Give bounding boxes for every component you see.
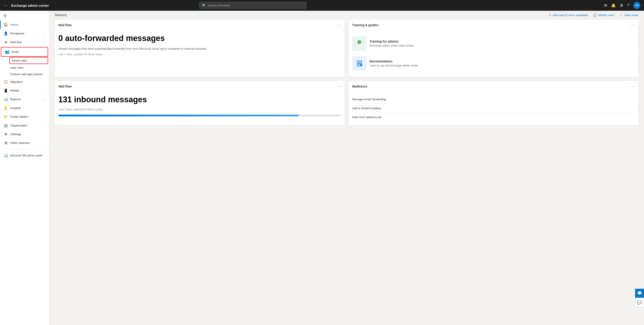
mail-flow-card-2-header: Mail flow ⋯ [55,81,344,91]
sidebar-label-mobile: Mobile [10,89,41,92]
topbar-icons: ✉ 🔔 ⚙ ? YR [604,2,640,9]
gear-icon[interactable]: ⚙ [620,3,623,8]
auto-forwarded-description: Shows messages that were automatically f… [58,47,341,51]
sidebar-item-ms365[interactable]: 📊 Microsoft 365 admin center [0,151,49,160]
inbound-updated: Last 7 days, updated 04:08 pm today. [58,108,341,111]
bell-icon[interactable]: 🔔 [611,3,616,8]
whats-new-label: What's new? [598,14,615,17]
sidebar-item-mobile[interactable]: 📱 Mobile ⌄ [0,86,49,95]
mailbox-item-hide[interactable]: Hide from address list [352,113,635,122]
add-card-label: Add card (6 more available) [552,14,588,17]
sidebar-label-home: Home [10,23,46,27]
chevron-down-icon: ⌄ [44,89,46,92]
main-header: Telesenz + Add card (6 more available) 💬… [49,11,644,19]
sidebar-item-public-folders[interactable]: 📁 Public folders [0,112,49,121]
sidebar-label-organization: Organization [10,124,41,127]
sidebar-item-reports[interactable]: 📊 Reports ⌄ [0,95,49,104]
ms365-icon: 📊 [4,153,8,158]
mail-flow-card-2-body: 131 inbound messages Last 7 days, update… [55,91,344,120]
float-buttons: 💬 💬 [635,289,644,307]
training-item-docs[interactable]: i Documentation Learn to use the Exchang… [352,54,635,73]
comment-icon: 💬 [594,14,597,17]
training-guides-card: Training & guides ⋯ Trainin [348,19,639,77]
sidebar-divider [0,149,49,149]
hamburger-icon: ☰ [4,14,7,18]
mail-flow-card-1-body: 0 auto-forwarded messages Shows messages… [55,30,344,60]
auto-forwarded-updated: Last 7 days, updated 04:08 pm today. [58,53,341,56]
sidebar-item-other-features[interactable]: ⊞ Other features [0,139,49,147]
help-icon[interactable]: ? [627,3,629,8]
mail-flow-card-1-menu[interactable]: ⋯ [337,23,341,28]
cards-grid: Mail flow ⋯ 0 auto-forwarded messages Sh… [49,19,644,131]
inbound-chart [58,115,341,116]
mail-flow-card-1: Mail flow ⋯ 0 auto-forwarded messages Sh… [54,19,345,77]
training-card-body: Training for admins Exchange admin cente… [348,30,638,77]
search-input[interactable] [208,4,304,7]
insights-icon: 💡 [4,106,8,110]
avatar[interactable]: YR [633,2,640,9]
training-thumb-docs: i [352,56,366,71]
topbar: ⋯ Exchange admin center 🔍 ✉ 🔔 ⚙ ? YR [0,0,644,11]
sidebar-label-roles: Roles [12,50,40,54]
sidebar-item-user-roles[interactable]: User roles [10,65,49,71]
roles-submenu: Admin roles User roles Outlook web app p… [0,57,49,78]
sidebar-collapse-button[interactable]: ☰ [0,11,49,20]
training-title-docs: Documentation [370,60,418,63]
app-title: Exchange admin center [11,4,49,8]
sidebar-item-outlook-web-app-policies[interactable]: Outlook web app policies [10,71,49,78]
mailboxes-card-body: Manage email forwarding Add a shared mai… [348,91,638,125]
breadcrumb: Telesenz [54,13,67,17]
sidebar-label-settings: Settings [10,133,46,136]
sidebar-item-organization[interactable]: 🏢 Organization ⌄ [0,121,49,130]
mail-icon[interactable]: ✉ [604,3,607,8]
dark-mode-button[interactable]: ☾ Dark mode [620,14,639,17]
sidebar: ☰ 🏠 Home 👤 Recipients ⌄ ✉ Mail flow ⌄ 👥 … [0,11,49,325]
mailboxes-card: Mailboxes ⋯ Manage email forwarding Add … [348,81,639,125]
chevron-down-icon: ⌄ [44,41,46,44]
float-chat-button[interactable]: 💬 [635,289,644,298]
add-card-button[interactable]: + Add card (6 more available) [549,13,588,17]
mailbox-item-shared[interactable]: Add a shared mailbox [352,104,635,113]
sidebar-item-insights[interactable]: 💡 Insights [0,104,49,112]
training-card-header: Training & guides ⋯ [348,20,638,30]
sidebar-item-mail-flow[interactable]: ✉ Mail flow ⌄ [0,38,49,47]
sidebar-label-public-folders: Public folders [10,115,46,118]
chevron-down-icon: ⌄ [44,98,46,101]
training-desc-admins: Exchange admin center video tutorial [370,44,414,47]
search-bar[interactable]: 🔍 [199,2,306,9]
sidebar-label-mail-flow: Mail flow [10,41,41,44]
mobile-icon: 📱 [4,88,8,93]
chevron-up-icon: ⌃ [42,50,44,53]
training-card-menu[interactable]: ⋯ [631,23,635,28]
sidebar-item-migration[interactable]: 📋 Migration [0,78,49,86]
mailbox-item-forwarding[interactable]: Manage email forwarding [352,95,635,104]
organization-icon: 🏢 [4,123,8,128]
training-item-admins[interactable]: Training for admins Exchange admin cente… [352,34,635,54]
sidebar-item-roles[interactable]: 👥 Roles ⌃ [1,47,48,57]
sidebar-item-settings[interactable]: ⚙ Settings [0,130,49,139]
mail-flow-card-2-title: Mail flow [58,85,72,88]
inbound-chart-bar [58,115,298,116]
waffle-icon[interactable]: ⋯ [4,3,8,8]
training-title-admins: Training for admins [370,40,414,43]
mail-flow-card-2-menu[interactable]: ⋯ [337,84,341,89]
dark-mode-label: Dark mode [624,14,639,17]
home-icon: 🏠 [4,23,8,27]
whats-new-button[interactable]: 💬 What's new? [594,14,615,17]
layout: ☰ 🏠 Home 👤 Recipients ⌄ ✉ Mail flow ⌄ 👥 … [0,11,644,325]
moon-icon: ☾ [620,14,623,17]
inbound-count: 131 inbound messages [58,95,341,104]
training-card-title: Training & guides [352,23,378,27]
sidebar-item-home[interactable]: 🏠 Home [0,20,49,29]
sidebar-label-other-features: Other features [10,141,46,145]
sidebar-label-recipients: Recipients [10,32,41,35]
sidebar-item-admin-roles[interactable]: Admin roles [10,57,48,64]
mailboxes-card-menu[interactable]: ⋯ [631,84,635,89]
float-feedback-button[interactable]: 💬 [635,298,644,307]
other-features-icon: ⊞ [4,141,8,145]
mail-flow-icon: ✉ [4,40,8,44]
sidebar-item-recipients[interactable]: 👤 Recipients ⌄ [0,29,49,38]
header-actions: + Add card (6 more available) 💬 What's n… [549,13,639,17]
sidebar-label-reports: Reports [10,98,41,101]
migration-icon: 📋 [4,80,8,84]
